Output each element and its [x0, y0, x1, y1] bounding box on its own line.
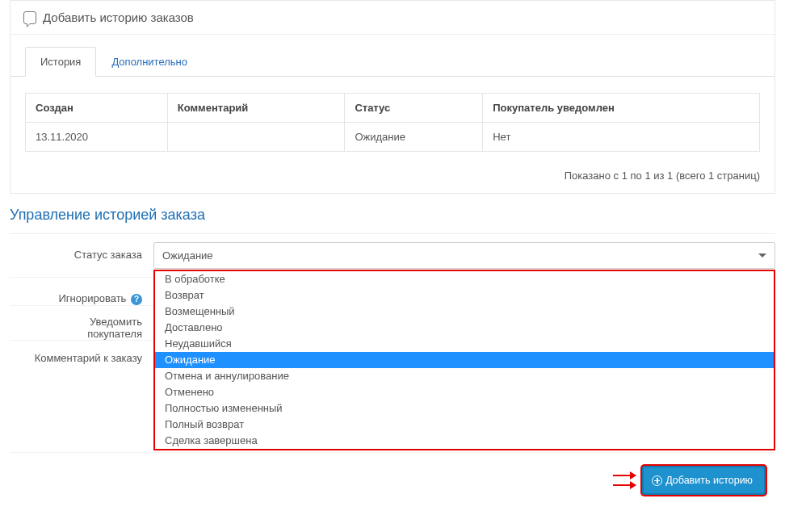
comment-icon	[23, 11, 36, 24]
status-option[interactable]: Неудавшийся	[155, 336, 774, 352]
status-select[interactable]: Ожидание	[153, 242, 775, 269]
col-status: Статус	[345, 94, 483, 123]
col-comment: Комментарий	[167, 94, 345, 123]
section-title: Управление историей заказа	[0, 203, 785, 233]
notify-text-2: покупателя	[87, 328, 142, 340]
status-dropdown: В обработке Возврат Возмещенный Доставле…	[153, 270, 775, 450]
history-table: Создан Комментарий Статус Покупатель уве…	[25, 93, 760, 152]
status-option[interactable]: Возврат	[155, 287, 774, 304]
plus-circle-icon	[652, 475, 662, 486]
col-notified: Покупатель уведомлен	[483, 94, 760, 123]
arrow-icon	[613, 484, 636, 486]
status-option[interactable]: Сделка завершена	[155, 433, 774, 449]
col-created: Создан	[26, 94, 168, 123]
status-value: Ожидание	[162, 249, 213, 262]
help-icon[interactable]: ?	[131, 294, 142, 305]
table-row: 13.11.2020 Ожидание Нет	[26, 123, 760, 152]
tab-additional[interactable]: Дополнительно	[96, 47, 203, 77]
status-option-selected[interactable]: Ожидание	[155, 352, 774, 368]
button-row: Добавить историю	[10, 453, 775, 501]
add-history-button[interactable]: Добавить историю	[642, 466, 766, 495]
order-history-panel: Добавить историю заказов История Дополни…	[10, 0, 775, 194]
status-option[interactable]: Доставлено	[155, 320, 774, 336]
panel-header: Добавить историю заказов	[10, 1, 775, 35]
ignore-label: Игнорировать ?	[10, 278, 153, 305]
notify-text-1: Уведомить	[90, 316, 142, 328]
ignore-text: Игнорировать	[58, 292, 126, 304]
cell-comment	[167, 123, 345, 152]
form-area: Статус заказа Ожидание В обработке Возвр…	[10, 233, 775, 501]
chevron-down-icon	[758, 253, 766, 258]
tab-label: История	[40, 56, 81, 68]
cell-created: 13.11.2020	[26, 123, 168, 152]
status-option[interactable]: Отмена и аннулирование	[155, 368, 774, 384]
pagination-info: Показано с 1 по 1 из 1 (всего 1 страниц)	[10, 161, 775, 193]
panel-title: Добавить историю заказов	[43, 10, 194, 24]
status-option[interactable]: В обработке	[155, 271, 774, 287]
comment-label: Комментарий к заказу	[10, 341, 153, 364]
status-control: Ожидание В обработке Возврат Возмещенный…	[153, 234, 775, 277]
notify-label: Уведомить покупателя	[10, 306, 153, 340]
tab-label: Дополнительно	[111, 56, 187, 68]
status-option[interactable]: Полностью измененный	[155, 400, 774, 417]
tab-content: Создан Комментарий Статус Покупатель уве…	[10, 77, 775, 161]
status-option[interactable]: Полный возврат	[155, 417, 774, 433]
button-label: Добавить историю	[665, 475, 753, 486]
arrow-icon	[613, 475, 636, 476]
row-status: Статус заказа Ожидание В обработке Возвр…	[10, 234, 775, 278]
cell-notified: Нет	[483, 123, 760, 152]
table-header-row: Создан Комментарий Статус Покупатель уве…	[26, 94, 760, 123]
status-option[interactable]: Возмещенный	[155, 304, 774, 320]
status-label: Статус заказа	[10, 234, 153, 261]
cell-status: Ожидание	[345, 123, 483, 152]
tab-history[interactable]: История	[25, 47, 96, 77]
highlight-arrows	[613, 475, 636, 486]
tabs: История Дополнительно	[10, 35, 775, 77]
status-option[interactable]: Отменено	[155, 384, 774, 400]
